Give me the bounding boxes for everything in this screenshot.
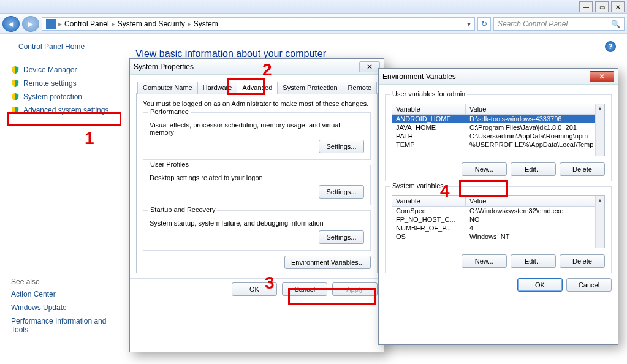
- toolbar: ◄ ► ▸ Control Panel ▸ System and Securit…: [0, 14, 627, 34]
- sidebar-item-device-manager[interactable]: Device Manager: [0, 63, 123, 77]
- system-new-button[interactable]: New...: [462, 254, 507, 268]
- shield-icon: [11, 79, 20, 88]
- dropdown-icon[interactable]: ▾: [467, 20, 471, 28]
- sidebar-item-label: Action Center: [11, 290, 56, 298]
- list-header: Variable Value: [392, 104, 604, 115]
- address-bar[interactable]: ▸ Control Panel ▸ System and Security ▸ …: [42, 17, 475, 31]
- sidebar-item-remote-settings[interactable]: Remote settings: [0, 77, 123, 90]
- back-button[interactable]: ◄: [2, 16, 20, 32]
- list-row[interactable]: PATHC:\Users\admin\AppData\Roaming\npm: [392, 132, 604, 140]
- search-input[interactable]: Search Control Panel 🔍: [493, 17, 625, 31]
- column-value[interactable]: Value: [466, 104, 604, 114]
- list-row[interactable]: ComSpecC:\Windows\system32\cmd.exe: [392, 207, 604, 215]
- control-panel-home-link[interactable]: Control Panel Home: [0, 40, 123, 55]
- sidebar-item-label: Windows Update: [11, 303, 67, 312]
- sidebar-item-label: System protection: [23, 93, 82, 101]
- maximize-button[interactable]: ▭: [595, 1, 609, 12]
- list-row[interactable]: ANDROID_HOMED:\sdk-tools-windows-4333796: [392, 115, 604, 123]
- system-edit-button[interactable]: Edit...: [511, 254, 556, 268]
- group-legend: User variables for admin: [390, 90, 467, 97]
- see-also-heading: See also: [0, 273, 123, 287]
- list-row[interactable]: OSWindows_NT: [392, 232, 604, 241]
- annotation-marker-4: 4: [440, 181, 450, 201]
- minimize-button[interactable]: —: [579, 1, 593, 12]
- breadcrumb[interactable]: System and Security: [118, 20, 185, 28]
- close-button[interactable]: ✕: [590, 71, 614, 82]
- performance-group: Performance Visual effects, processor sc…: [143, 112, 371, 160]
- sidebar: Control Panel Home Device Manager Remote…: [0, 34, 123, 364]
- user-new-button[interactable]: New...: [462, 162, 507, 176]
- chevron-right-icon: ▸: [58, 20, 62, 28]
- dialog-title: Environment Variables: [382, 72, 456, 81]
- sidebar-item-label: Performance Information and Tools: [11, 317, 117, 334]
- chevron-right-icon: ▸: [188, 20, 191, 28]
- tab-advanced[interactable]: Advanced: [237, 82, 278, 94]
- system-variables-group: System variables Variable Value ComSpecC…: [385, 186, 612, 273]
- scrollbar[interactable]: ▲: [595, 196, 604, 248]
- sidebar-item-windows-update[interactable]: Windows Update: [0, 301, 123, 314]
- user-profiles-group: User Profiles Desktop settings related t…: [143, 165, 371, 205]
- refresh-button[interactable]: ↻: [477, 17, 491, 31]
- apply-button[interactable]: Apply: [332, 282, 378, 296]
- list-row[interactable]: TEMP%USERPROFILE%\AppData\Local\Temp: [392, 140, 604, 149]
- user-variables-group: User variables for admin Variable Value …: [385, 94, 612, 181]
- tab-system-protection[interactable]: System Protection: [277, 82, 343, 94]
- help-icon[interactable]: ?: [605, 41, 616, 52]
- breadcrumb[interactable]: Control Panel: [64, 20, 109, 28]
- shield-icon: [11, 93, 20, 101]
- system-properties-dialog: System Properties ✕ Computer Name Hardwa…: [129, 58, 384, 352]
- group-legend: Startup and Recovery: [148, 206, 217, 213]
- tabstrip: Computer Name Hardware Advanced System P…: [136, 81, 378, 94]
- performance-settings-button[interactable]: Settings...: [319, 140, 364, 153]
- search-placeholder: Search Control Panel: [498, 20, 568, 28]
- chevron-right-icon: ▸: [112, 20, 115, 28]
- tab-remote[interactable]: Remote: [343, 82, 378, 94]
- sidebar-item-label: Advanced system settings: [23, 106, 108, 115]
- dialog-titlebar: Environment Variables ✕: [379, 69, 618, 85]
- ok-button[interactable]: OK: [517, 278, 563, 292]
- sidebar-item-label: Device Manager: [23, 66, 77, 74]
- profiles-desc: Desktop settings related to your logon: [150, 174, 364, 181]
- user-variables-list[interactable]: Variable Value ANDROID_HOMED:\sdk-tools-…: [392, 104, 605, 156]
- sidebar-item-advanced-system-settings[interactable]: Advanced system settings: [0, 104, 123, 117]
- performance-desc: Visual effects, processor scheduling, me…: [150, 121, 364, 136]
- breadcrumb[interactable]: System: [194, 20, 218, 28]
- user-edit-button[interactable]: Edit...: [511, 162, 556, 176]
- system-delete-button[interactable]: Delete: [560, 254, 605, 268]
- environment-variables-dialog: Environment Variables ✕ User variables f…: [378, 68, 618, 345]
- shield-icon: [11, 106, 20, 115]
- cancel-button[interactable]: Cancel: [282, 282, 327, 296]
- startup-settings-button[interactable]: Settings...: [319, 230, 364, 244]
- environment-variables-button[interactable]: Environment Variables...: [284, 256, 371, 269]
- tab-computer-name[interactable]: Computer Name: [137, 82, 198, 94]
- column-value[interactable]: Value: [466, 196, 604, 206]
- scrollbar[interactable]: ▲: [595, 104, 604, 156]
- annotation-marker-1: 1: [85, 129, 94, 148]
- group-legend: User Profiles: [148, 161, 191, 168]
- close-button[interactable]: ✕: [359, 61, 380, 72]
- location-icon: [46, 19, 56, 29]
- column-variable[interactable]: Variable: [392, 104, 466, 114]
- list-header: Variable Value: [392, 196, 604, 207]
- tab-hardware[interactable]: Hardware: [197, 82, 238, 94]
- startup-recovery-group: Startup and Recovery System startup, sys…: [143, 210, 371, 251]
- list-row[interactable]: FP_NO_HOST_C...NO: [392, 215, 604, 224]
- sidebar-item-system-protection[interactable]: System protection: [0, 90, 123, 104]
- annotation-marker-2: 2: [262, 60, 272, 80]
- column-variable[interactable]: Variable: [392, 196, 466, 206]
- list-row[interactable]: JAVA_HOMEC:\Program Files\Java\jdk1.8.0_…: [392, 123, 604, 132]
- shield-icon: [11, 66, 20, 74]
- dialog-footer: OK Cancel Apply: [130, 278, 384, 300]
- list-row[interactable]: NUMBER_OF_P...4: [392, 224, 604, 232]
- group-legend: System variables: [390, 182, 446, 189]
- profiles-settings-button[interactable]: Settings...: [319, 185, 364, 199]
- system-variables-list[interactable]: Variable Value ComSpecC:\Windows\system3…: [392, 195, 605, 248]
- cancel-button[interactable]: Cancel: [566, 278, 612, 292]
- startup-desc: System startup, system failure, and debu…: [150, 219, 364, 227]
- search-icon: 🔍: [611, 20, 620, 28]
- sidebar-item-action-center[interactable]: Action Center: [0, 287, 123, 301]
- close-button[interactable]: ✕: [611, 1, 625, 12]
- user-delete-button[interactable]: Delete: [560, 162, 605, 176]
- forward-button[interactable]: ►: [22, 16, 39, 32]
- sidebar-item-performance-info[interactable]: Performance Information and Tools: [0, 314, 123, 336]
